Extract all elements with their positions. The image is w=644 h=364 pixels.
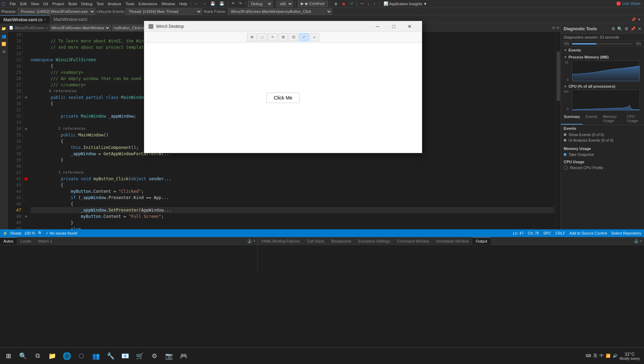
tab-locals[interactable]: Locals [17,237,35,245]
tab-output[interactable]: Output [472,237,491,245]
events-section-title[interactable]: ▼ Events [561,47,644,54]
menu-analyze[interactable]: Analyze [106,1,123,6]
chevron-down-icon[interactable]: ▼ [637,17,641,22]
menu-extensions[interactable]: Extensions [137,1,159,6]
winui-tool-btn-2[interactable]: □ [257,33,267,41]
pin-icon[interactable]: 📌 [630,26,636,31]
zoom-icon[interactable]: 🔍 [38,231,43,236]
tab-mainwindow-cs[interactable]: MainWindow.xaml.cs × [0,15,50,24]
step-over-icon[interactable]: ⤻ [359,1,365,6]
menu-tools[interactable]: Tools [124,1,136,6]
menu-test[interactable]: Test [95,1,105,6]
winui-tool-btn-4[interactable]: ⊞ [278,33,288,41]
menu-window[interactable]: Window [160,1,176,6]
save-all-icon[interactable]: 💾 [218,1,226,6]
tab-breakpoints[interactable]: Breakpoints [328,237,355,245]
devops-icon[interactable]: 🔧 [104,349,118,363]
thread-selector[interactable]: Thread: [14264] Main Thread [126,8,202,15]
zoom-level[interactable]: 100 % [24,231,35,235]
tab-immediate-window[interactable]: Immediate Window [433,237,473,245]
output-dock-icon[interactable]: ⚓ [634,239,639,243]
stop-icon[interactable]: ⏹ [340,1,347,6]
network-icon[interactable]: 📶 [606,354,611,358]
menu-help[interactable]: Help [178,1,189,6]
tab-watch1[interactable]: Watch 1 [35,237,56,245]
mail-icon[interactable]: 📧 [118,349,132,363]
debug-platform-dropdown[interactable]: x86 x64 [276,1,293,7]
record-cpu-radio[interactable] [564,166,568,170]
menu-view[interactable]: View [30,1,41,6]
close-icon[interactable]: × [253,239,255,243]
undo-icon[interactable]: ↶ [230,1,236,6]
stack-frame-selector[interactable]: Winui3FullScreen.MainWindow.myButton_Cli… [228,8,332,15]
lang-indicator[interactable]: 英 [593,353,597,359]
menu-edit[interactable]: Edit [19,1,28,6]
diag-tab-cpu[interactable]: CPU Usage [624,113,644,125]
crlf-indicator[interactable]: CRLF [555,231,565,235]
debug-config-dropdown[interactable]: Debug Release [248,1,273,7]
menu-build[interactable]: Build [67,1,78,6]
winui-tool-btn-3[interactable]: ↖ [268,33,277,41]
step-out-icon[interactable]: ↑ [372,1,377,6]
git-changes-icon[interactable]: 🔀 [1,41,7,47]
pin-icon[interactable]: 📌 [631,17,636,22]
xbox-icon[interactable]: 🎮 [177,349,191,363]
redo-icon[interactable]: ↷ [238,1,243,6]
tab-close-cs[interactable]: × [44,18,46,22]
search-icon[interactable]: 🔍 [617,26,622,31]
ime-indicator[interactable]: 中 [599,353,604,359]
process-selector[interactable]: Process: [14052] Winui3FullScreen.exe [18,8,95,15]
restart-icon[interactable]: ↺ [348,1,354,6]
solution-explorer-icon[interactable]: 📁 [1,25,7,32]
winui-tool-btn-1[interactable]: ⊕ [247,33,257,41]
class-dropdown[interactable]: Winui3FullScreen.MainWindow [50,25,111,31]
tab-autos[interactable]: Autos [0,237,17,245]
step-into-icon[interactable]: ↓ [366,1,371,6]
show-events-item[interactable]: Show Events (0 of 0) [564,132,641,137]
record-cpu-profile-item[interactable]: Record CPU Profile [561,165,644,171]
memory-section-title[interactable]: ▼ Process Memory (MB) [561,54,644,61]
menu-item[interactable]: File [8,1,17,6]
timeline-bar[interactable] [572,43,633,45]
no-issues[interactable]: ✓ No issues found [46,231,77,236]
close-icon[interactable]: ✕ [638,26,641,31]
file-explorer-icon[interactable]: 📁 [45,349,59,363]
tab-mainwindow-xaml[interactable]: MainWindow.xaml [50,15,91,24]
v-scrollbar[interactable] [556,32,561,229]
autos-close[interactable]: ⚓ × [245,239,258,243]
save-icon[interactable]: 💾 [209,1,217,6]
back-icon[interactable]: ← [193,1,200,6]
vs-logo-icon[interactable]: ⬡ [1,1,6,7]
camera-icon[interactable]: 📷 [162,349,176,363]
live-share-button[interactable]: 🔴 Live Share [614,1,643,6]
teams-icon[interactable]: 👥 [89,349,103,363]
output-close[interactable]: ⚓ × [632,239,644,243]
settings-icon[interactable]: ⚙ [611,26,615,31]
select-repo-button[interactable]: Select Repository [611,231,641,235]
start-button[interactable]: ⊞ [1,349,15,363]
weather-widget[interactable]: 32°C Mostly sunny [620,351,640,361]
keyboard-icon[interactable]: ⌨ [586,354,591,358]
tab-xaml-binding[interactable]: XAML Binding Failures [258,237,303,245]
taskview-icon[interactable]: ⧉ [31,349,45,363]
output-close-icon[interactable]: × [640,239,642,243]
winui-titlebar[interactable]: WinUI Desktop ─ □ ✕ [144,21,422,32]
tab-exception-settings[interactable]: Exception Settings [355,237,394,245]
vs-taskbar-icon[interactable]: ⬡ [74,349,88,363]
dock-icon[interactable]: ⚓ [247,239,252,243]
click-me-button[interactable]: Click Me [266,93,300,103]
winui-tool-btn-5[interactable]: ⊟ [289,33,298,41]
take-snapshot-item[interactable]: Take Snapshot [561,151,644,158]
diag-tab-summary[interactable]: Summary [561,113,583,125]
diag-tab-events[interactable]: Events [583,113,600,125]
winui-maximize-button[interactable]: □ [386,21,402,32]
winui-tool-btn-6[interactable]: ✓ [299,33,309,41]
add-source-button[interactable]: Add to Source Control [570,231,607,235]
volume-icon[interactable]: 🔊 [613,354,618,358]
tab-call-stack[interactable]: Call Stack [304,237,328,245]
winui-minimize-button[interactable]: ─ [370,21,386,32]
winui-close-button[interactable]: ✕ [402,21,418,32]
winui-tool-btn-7[interactable]: < [309,33,319,41]
menu-project[interactable]: Project [51,1,65,6]
server-explorer-icon[interactable]: 🖥 [1,48,7,55]
